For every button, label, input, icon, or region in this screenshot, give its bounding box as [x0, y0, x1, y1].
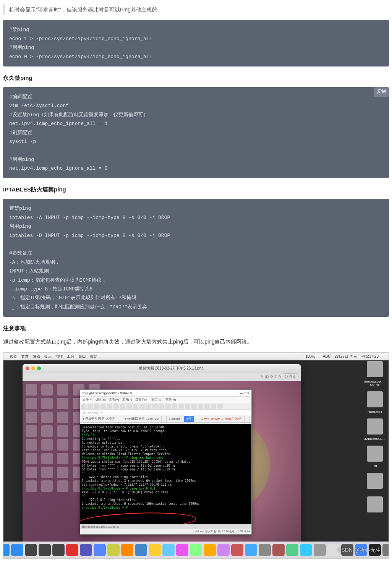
toolbar-button[interactable]: [107, 404, 112, 409]
desktop-icon[interactable]: [26, 425, 37, 437]
menubar-status[interactable]: 2月27日 周三 下午5:37:23: [334, 353, 379, 360]
dock-app-icon[interactable]: [162, 544, 175, 556]
dock-app-icon[interactable]: [176, 544, 188, 556]
terminal-tab[interactable]: 1 开放平台-阿里-体输区: [80, 416, 117, 422]
dock-app-icon[interactable]: [369, 544, 381, 556]
toolbar-button[interactable]: [211, 404, 216, 409]
toolbar-icon[interactable]: ✎: [278, 374, 281, 380]
dock-app-icon[interactable]: [135, 544, 147, 556]
toolbar-button[interactable]: [159, 404, 164, 409]
toolbar-button[interactable]: [100, 404, 106, 409]
xshell-address[interactable]: ssh;//root@****: [80, 410, 251, 416]
terminal-menu-item[interactable]: 帮助(H): [165, 397, 176, 402]
maximize-icon[interactable]: [37, 366, 41, 370]
terminal-tab[interactable]: 1 Myh-5H52M-1T的前几 元/月: [199, 416, 245, 422]
toolbar-button[interactable]: [120, 404, 125, 409]
dock-app-icon[interactable]: [121, 544, 133, 556]
terminal-tab[interactable]: 1 patcher: [167, 416, 184, 422]
desktop-file-icon[interactable]: [367, 446, 383, 462]
menubar-status[interactable]: 100%: [305, 353, 315, 360]
desktop-icon[interactable]: [57, 384, 68, 396]
desktop-file-icon[interactable]: [367, 391, 383, 407]
toolbar-button[interactable]: [146, 404, 151, 409]
desktop-icon[interactable]: [41, 453, 53, 464]
dock-app-icon[interactable]: [231, 544, 243, 556]
terminal-output[interactable]: Disconnected from remote host(号) at 17:0…: [80, 424, 251, 524]
desktop-file-icon[interactable]: [367, 361, 383, 377]
dock-app-icon[interactable]: [217, 544, 230, 556]
toolbar-button[interactable]: [139, 404, 145, 409]
menubar-item[interactable]: 工具: [67, 353, 75, 360]
dock-app-icon[interactable]: [11, 544, 23, 556]
minimize-icon[interactable]: [31, 366, 35, 370]
toolbar-button[interactable]: [126, 404, 132, 409]
toolbar-button[interactable]: [191, 404, 197, 409]
toolbar-button[interactable]: [87, 404, 93, 409]
dock-app-icon[interactable]: [66, 544, 78, 556]
menubar-item[interactable]: 编辑: [32, 353, 40, 360]
toolbar-button[interactable]: [217, 404, 223, 409]
menubar-item[interactable]: 帮助: [90, 353, 97, 360]
dock-app-icon[interactable]: [94, 544, 106, 556]
desktop-icon[interactable]: [57, 398, 68, 409]
desktop-icon[interactable]: [41, 467, 53, 478]
desktop-icon[interactable]: [41, 480, 53, 492]
toolbar-button[interactable]: [204, 404, 210, 409]
desktop-icon[interactable]: [26, 467, 37, 478]
dock-app-icon[interactable]: [25, 544, 37, 556]
dock-app-icon[interactable]: [355, 544, 367, 556]
menubar-item[interactable]: 文件: [21, 353, 29, 360]
toolbar-button[interactable]: [198, 404, 203, 409]
desktop-icon[interactable]: [26, 453, 37, 464]
terminal-menu-item[interactable]: 窗口(W): [151, 397, 162, 402]
dock-app-icon[interactable]: [259, 544, 271, 556]
menubar-item[interactable]: 窗口: [78, 353, 86, 360]
desktop-icon[interactable]: [26, 439, 37, 451]
terminal-tab[interactable]: [162, 416, 167, 422]
dock-app-icon[interactable]: [382, 544, 389, 556]
dock-app-icon[interactable]: [190, 544, 202, 556]
desktop-icon[interactable]: [41, 412, 53, 423]
desktop-icon[interactable]: [41, 384, 53, 396]
toolbar-button[interactable]: [172, 404, 177, 409]
dock-app-icon[interactable]: [80, 544, 92, 556]
dock-app-icon[interactable]: [245, 544, 257, 556]
toolbar-icon[interactable]: ✎: [261, 374, 264, 380]
dock-app-icon[interactable]: [3, 544, 10, 556]
search-input[interactable]: Q 搜索: [283, 373, 298, 380]
terminal-menu-item[interactable]: 文件(F): [83, 397, 92, 402]
dock-app-icon[interactable]: [300, 544, 312, 556]
toolbar-button[interactable]: [133, 404, 138, 409]
toolbar-icon[interactable]: ⤴: [275, 374, 277, 380]
desktop-icon[interactable]: [57, 480, 68, 492]
dock-app-icon[interactable]: [314, 544, 326, 556]
terminal-tab[interactable]: [245, 416, 249, 422]
terminal-menu-item[interactable]: 工具(T): [122, 397, 132, 402]
menubar-item[interactable]: 显示: [44, 353, 52, 360]
desktop-icon[interactable]: [26, 384, 37, 396]
desktop-icon[interactable]: [26, 398, 37, 409]
desktop-icon[interactable]: [41, 439, 53, 451]
desktop-file-icon[interactable]: [367, 418, 383, 435]
desktop-icon[interactable]: [57, 439, 68, 451]
close-icon[interactable]: [26, 366, 29, 370]
desktop-file-icon[interactable]: [367, 473, 383, 489]
dock-app-icon[interactable]: [52, 544, 65, 556]
desktop-icon[interactable]: [41, 425, 53, 437]
terminal-tab[interactable]: [117, 416, 122, 422]
desktop-icon[interactable]: [57, 412, 68, 423]
menubar-item[interactable]: 预览: [10, 353, 17, 360]
menubar-status[interactable]: ABC: [323, 353, 331, 360]
copy-button[interactable]: 复制: [374, 87, 389, 97]
toolbar-button[interactable]: [94, 404, 99, 409]
toolbar-button[interactable]: [81, 404, 86, 409]
terminal-menu-item[interactable]: 选项卡(B): [135, 397, 149, 402]
toolbar-button[interactable]: [178, 404, 184, 409]
dock-app-icon[interactable]: [204, 544, 216, 556]
dock-app-icon[interactable]: [327, 544, 340, 556]
dock-app-icon[interactable]: [286, 544, 298, 556]
menubar-item[interactable]: 前往: [55, 353, 63, 360]
desktop-icon[interactable]: [57, 453, 68, 464]
terminal-tab[interactable]: 1 API接口 香港-158M-1M: [122, 416, 162, 422]
dock-app-icon[interactable]: [341, 544, 353, 556]
